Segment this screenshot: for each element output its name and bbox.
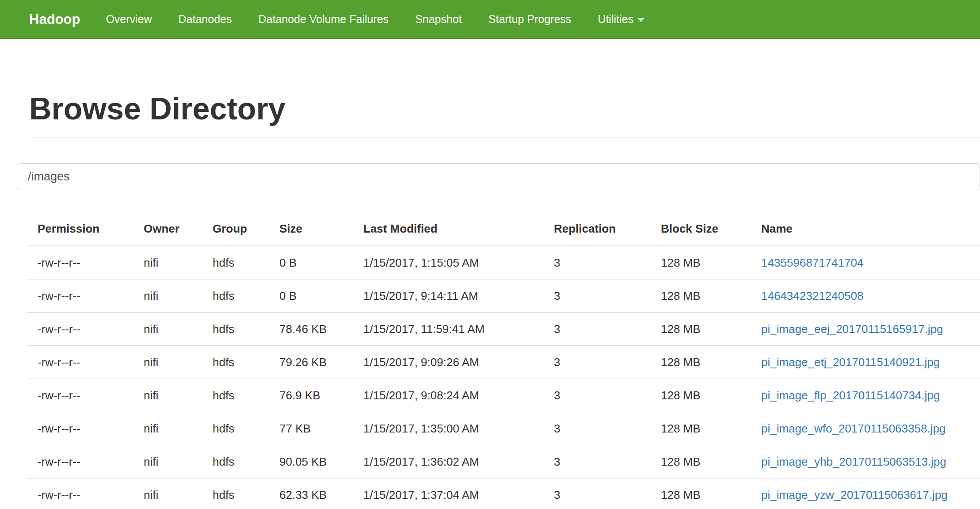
table-row: -rw-r--r-- nifi hdfs 62.33 KB 1/15/2017,… (27, 478, 980, 509)
cell-group: hdfs (202, 246, 269, 279)
nav-item-label: Datanode Volume Failures (259, 13, 389, 26)
cell-replication: 3 (544, 445, 651, 478)
nav-item-overview[interactable]: Overview (92, 13, 165, 26)
nav-item-startup-progress[interactable]: Startup Progress (475, 13, 585, 26)
cell-group: hdfs (202, 379, 269, 412)
cell-replication: 3 (544, 379, 651, 412)
col-header-replication: Replication (544, 211, 651, 246)
cell-block-size: 128 MB (651, 412, 751, 445)
col-header-size: Size (269, 211, 353, 246)
nav-item-utilities[interactable]: Utilities (584, 13, 658, 26)
col-header-owner: Owner (133, 211, 202, 246)
table-row: -rw-r--r-- nifi hdfs 77 KB 1/15/2017, 1:… (27, 412, 980, 445)
cell-permission: -rw-r--r-- (27, 279, 133, 312)
cell-replication: 3 (544, 412, 651, 445)
cell-block-size: 128 MB (651, 478, 751, 509)
cell-size: 90.05 KB (269, 445, 353, 478)
cell-name: pi_image_wfo_20170115063358.jpg (751, 412, 980, 445)
cell-group: hdfs (202, 345, 269, 379)
cell-permission: -rw-r--r-- (27, 445, 133, 478)
file-link[interactable]: 1435596871741704 (761, 256, 863, 269)
cell-size: 0 B (269, 279, 353, 312)
cell-owner: nifi (133, 412, 202, 445)
cell-name: pi_image_eej_20170115165917.jpg (751, 312, 980, 345)
cell-owner: nifi (133, 379, 202, 412)
nav-item-datanodes[interactable]: Datanodes (165, 13, 245, 26)
table-row: -rw-r--r-- nifi hdfs 0 B 1/15/2017, 1:15… (27, 246, 980, 279)
directory-path-input[interactable] (17, 163, 980, 190)
cell-group: hdfs (202, 445, 269, 478)
directory-listing-table: Permission Owner Group Size Last Modifie… (27, 211, 980, 509)
cell-last-modified: 1/15/2017, 1:37:04 AM (353, 478, 544, 509)
cell-owner: nifi (133, 445, 202, 478)
file-link[interactable]: pi_image_wfo_20170115063358.jpg (761, 422, 946, 435)
cell-last-modified: 1/15/2017, 1:35:00 AM (353, 412, 544, 445)
cell-last-modified: 1/15/2017, 9:09:26 AM (353, 345, 544, 379)
cell-group: hdfs (202, 412, 269, 445)
nav-item-label: Startup Progress (488, 13, 572, 26)
cell-last-modified: 1/15/2017, 9:14:11 AM (353, 279, 544, 312)
page-title: Browse Directory (29, 93, 980, 126)
nav-item-label: Datanodes (179, 13, 232, 26)
cell-block-size: 128 MB (651, 279, 751, 312)
table-row: -rw-r--r-- nifi hdfs 78.46 KB 1/15/2017,… (27, 312, 980, 345)
cell-group: hdfs (202, 478, 269, 509)
cell-group: hdfs (202, 279, 269, 312)
cell-replication: 3 (544, 312, 651, 345)
col-header-group: Group (202, 211, 269, 246)
col-header-name: Name (751, 211, 980, 246)
col-header-block-size: Block Size (651, 211, 751, 246)
cell-replication: 3 (544, 478, 651, 509)
cell-owner: nifi (133, 345, 202, 379)
cell-last-modified: 1/15/2017, 1:15:05 AM (353, 246, 544, 279)
nav-item-label: Snapshot (415, 13, 462, 26)
cell-size: 0 B (269, 246, 353, 279)
cell-block-size: 128 MB (651, 445, 751, 478)
cell-last-modified: 1/15/2017, 1:36:02 AM (353, 445, 544, 478)
table-row: -rw-r--r-- nifi hdfs 76.9 KB 1/15/2017, … (27, 379, 980, 412)
cell-owner: nifi (133, 279, 202, 312)
cell-replication: 3 (544, 279, 651, 312)
cell-name: pi_image_etj_20170115140921.jpg (751, 345, 980, 379)
nav-item-datanode-volume-failures[interactable]: Datanode Volume Failures (245, 13, 402, 26)
cell-name: 1435596871741704 (751, 246, 980, 279)
col-header-last-modified: Last Modified (353, 211, 544, 246)
cell-permission: -rw-r--r-- (27, 312, 133, 345)
file-link[interactable]: pi_image_eej_20170115165917.jpg (761, 322, 943, 336)
cell-size: 79.26 KB (269, 345, 353, 379)
cell-block-size: 128 MB (651, 379, 751, 412)
cell-name: pi_image_flp_20170115140734.jpg (751, 379, 980, 412)
cell-owner: nifi (133, 478, 202, 509)
cell-permission: -rw-r--r-- (27, 345, 133, 379)
nav-item-snapshot[interactable]: Snapshot (402, 13, 475, 26)
cell-name: 1464342321240508 (751, 279, 980, 312)
cell-permission: -rw-r--r-- (27, 478, 133, 509)
file-link[interactable]: pi_image_yzw_20170115063617.jpg (761, 488, 948, 501)
table-row: -rw-r--r-- nifi hdfs 79.26 KB 1/15/2017,… (27, 345, 980, 379)
caret-down-icon (637, 18, 644, 22)
top-navbar: Hadoop Overview Datanodes Datanode Volum… (0, 0, 980, 39)
file-link[interactable]: 1464342321240508 (761, 289, 863, 302)
cell-replication: 3 (544, 345, 651, 379)
navbar-brand-hadoop[interactable]: Hadoop (29, 11, 80, 27)
cell-size: 78.46 KB (269, 312, 353, 345)
col-header-permission: Permission (27, 211, 133, 246)
table-header-row: Permission Owner Group Size Last Modifie… (27, 211, 980, 246)
cell-permission: -rw-r--r-- (27, 246, 133, 279)
table-row: -rw-r--r-- nifi hdfs 0 B 1/15/2017, 9:14… (27, 279, 980, 312)
cell-block-size: 128 MB (651, 345, 751, 379)
cell-permission: -rw-r--r-- (27, 379, 133, 412)
nav-item-label: Utilities (598, 13, 633, 26)
cell-group: hdfs (202, 312, 269, 345)
file-link[interactable]: pi_image_etj_20170115140921.jpg (761, 356, 940, 369)
cell-size: 62.33 KB (269, 478, 353, 509)
cell-block-size: 128 MB (651, 246, 751, 279)
nav-item-label: Overview (106, 13, 152, 26)
cell-name: pi_image_yhb_20170115063513.jpg (751, 445, 980, 478)
file-link[interactable]: pi_image_yhb_20170115063513.jpg (761, 455, 946, 468)
cell-replication: 3 (544, 246, 651, 279)
cell-size: 76.9 KB (269, 379, 353, 412)
cell-permission: -rw-r--r-- (27, 412, 133, 445)
file-link[interactable]: pi_image_flp_20170115140734.jpg (761, 389, 940, 402)
cell-size: 77 KB (269, 412, 353, 445)
